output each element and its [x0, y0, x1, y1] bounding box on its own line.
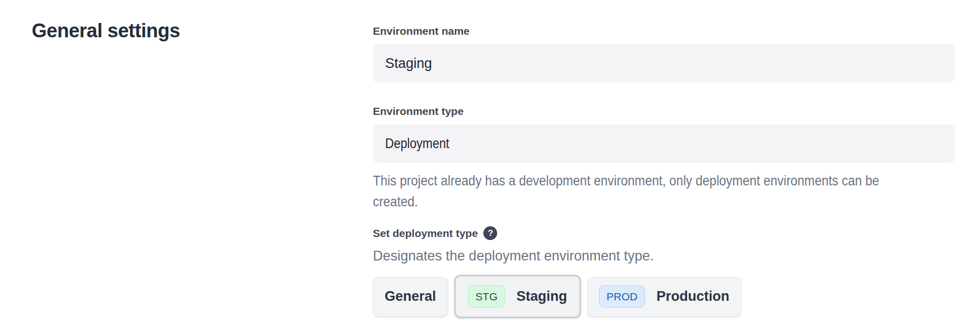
- question-mark-help-icon[interactable]: ?: [483, 226, 497, 240]
- environment-name-label: Environment name: [373, 25, 955, 38]
- deployment-type-description: Designates the deployment environment ty…: [373, 248, 955, 264]
- stg-badge: STG: [468, 286, 505, 307]
- production-option-label: Production: [656, 289, 729, 304]
- environment-type-input[interactable]: Deployment: [373, 125, 955, 163]
- staging-option-label: Staging: [517, 289, 567, 304]
- environment-name-input[interactable]: Staging: [373, 44, 955, 83]
- environment-settings-form: Environment name Staging Environment typ…: [373, 18, 955, 318]
- environment-name-field: Environment name Staging: [373, 25, 955, 83]
- general-settings-page: General settings Environment name Stagin…: [0, 0, 980, 318]
- deployment-type-option-general[interactable]: General: [373, 277, 448, 317]
- general-option-label: General: [385, 289, 436, 304]
- page-title: General settings: [32, 18, 373, 43]
- environment-type-value: Deployment: [385, 136, 449, 152]
- deployment-type-options: General STG Staging PROD Production: [373, 275, 955, 318]
- deployment-type-option-staging[interactable]: STG Staging: [454, 275, 581, 318]
- environment-type-field: Environment type Deployment This project…: [373, 105, 955, 212]
- deployment-type-option-production[interactable]: PROD Production: [587, 277, 741, 317]
- environment-name-value: Staging: [385, 56, 432, 72]
- deployment-type-label-row: Set deployment type ?: [373, 226, 955, 240]
- set-deployment-type-label: Set deployment type: [373, 227, 478, 240]
- environment-type-label: Environment type: [373, 105, 955, 118]
- deployment-type-field: Set deployment type ? Designates the dep…: [373, 226, 955, 318]
- help-text-line-2: created.: [373, 191, 418, 212]
- help-text-line-1: This project already has a development e…: [373, 170, 879, 191]
- prod-badge: PROD: [599, 286, 645, 307]
- environment-type-help-text: This project already has a development e…: [373, 170, 955, 212]
- settings-section-header: General settings: [0, 18, 373, 318]
